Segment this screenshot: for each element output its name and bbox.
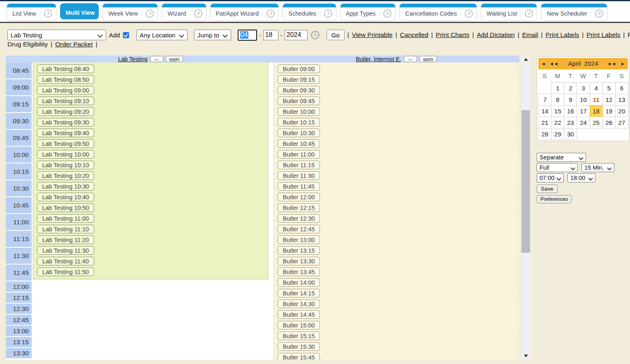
layout-mode-select[interactable]: Separate bbox=[537, 153, 586, 162]
appointment-slot-button[interactable]: Butler 14:15 bbox=[278, 289, 320, 297]
clock-icon[interactable] bbox=[310, 30, 320, 40]
appointment-slot-button[interactable]: Lab Testing 09:40 bbox=[37, 129, 94, 137]
calendar-day[interactable]: 26 bbox=[602, 117, 616, 129]
tab-week-view[interactable]: Week View↗ bbox=[102, 3, 158, 21]
appointment-slot-button[interactable]: Lab Testing 10:10 bbox=[37, 161, 94, 169]
run-all-button[interactable]: Run All bbox=[628, 31, 630, 39]
tab-pat-appt-wizard[interactable]: Pat/Appt Wizard↗ bbox=[210, 3, 279, 21]
appointment-slot-button[interactable]: Lab Testing 10:00 bbox=[37, 150, 94, 159]
appointment-slot-button[interactable]: Lab Testing 09:50 bbox=[37, 139, 94, 148]
preferences-button[interactable]: Preferences bbox=[537, 195, 572, 203]
lab-testing-minimize-button[interactable]: — bbox=[150, 56, 164, 62]
calendar-day[interactable]: 6 bbox=[615, 82, 628, 94]
tab-wizard[interactable]: Wizard↗ bbox=[162, 3, 206, 21]
calendar-day[interactable]: 21 bbox=[538, 117, 551, 129]
tab-cancellation-codes[interactable]: Cancellation Codes↗ bbox=[399, 3, 477, 21]
appointment-slot-button[interactable]: Lab Testing 10:40 bbox=[37, 193, 94, 201]
calendar-day[interactable]: 16 bbox=[564, 105, 577, 117]
calendar-day[interactable]: 3 bbox=[577, 82, 590, 94]
toolbar-link-add-dictation[interactable]: Add Dictation bbox=[477, 31, 514, 39]
appointment-slot-button[interactable]: Lab Testing 09:10 bbox=[37, 97, 94, 105]
appointment-slot-button[interactable]: Butler 10:30 bbox=[278, 129, 320, 137]
scrollbar-thumb[interactable] bbox=[521, 110, 530, 253]
next-month-icon[interactable]: ► bbox=[621, 61, 625, 66]
tab-schedules[interactable]: Schedules↗ bbox=[283, 3, 336, 21]
appointment-slot-button[interactable]: Butler 09:45 bbox=[278, 97, 320, 105]
butler-minimize-button[interactable]: — bbox=[404, 56, 417, 62]
calendar-day[interactable]: 27 bbox=[615, 117, 628, 129]
appointment-slot-button[interactable]: Lab Testing 09:30 bbox=[37, 118, 94, 127]
appointment-slot-button[interactable]: Lab Testing 11:30 bbox=[37, 246, 94, 255]
save-button[interactable]: Save bbox=[537, 184, 558, 193]
appointment-slot-button[interactable]: Butler 11:45 bbox=[278, 182, 320, 191]
prev-year-icon[interactable]: ◄◄ bbox=[549, 61, 558, 66]
calendar-day[interactable]: 8 bbox=[551, 94, 564, 106]
appointment-slot-button[interactable]: Butler 10:15 bbox=[278, 118, 320, 127]
provider-select[interactable]: Lab Testing bbox=[7, 30, 106, 40]
calendar-day[interactable]: 15 bbox=[551, 105, 564, 117]
tab-waiting-list[interactable]: Waiting List↗ bbox=[481, 3, 537, 21]
calendar-day[interactable]: 10 bbox=[577, 94, 590, 106]
tab-list-view[interactable]: List View↗ bbox=[7, 3, 56, 21]
lab-testing-appts-button[interactable]: appts bbox=[166, 56, 183, 62]
toolbar-link-print-labels[interactable]: Print Labels bbox=[545, 31, 579, 39]
toolbar-link-print-labels[interactable]: Print Labels bbox=[586, 31, 620, 39]
appointment-slot-button[interactable]: Butler 14:00 bbox=[278, 278, 320, 287]
calendar-day[interactable]: 1 bbox=[551, 82, 564, 94]
next-year-icon[interactable]: ►► bbox=[608, 61, 617, 66]
calendar-day[interactable]: 12 bbox=[602, 94, 616, 106]
tab-new-scheduler[interactable]: New Scheduler↗ bbox=[541, 3, 607, 21]
calendar-day[interactable]: 14 bbox=[538, 105, 551, 117]
end-time-select[interactable]: 18:00 bbox=[567, 173, 595, 182]
calendar-day[interactable]: 9 bbox=[564, 94, 577, 106]
appointment-slot-button[interactable]: Lab Testing 08:50 bbox=[37, 75, 94, 84]
appointment-slot-button[interactable]: Lab Testing 11:20 bbox=[37, 235, 94, 244]
butler-appts-button[interactable]: appts bbox=[419, 56, 437, 62]
location-select[interactable]: Any Location bbox=[137, 30, 188, 40]
tab-appt-types[interactable]: Appt Types↗ bbox=[340, 3, 396, 21]
add-checkbox[interactable] bbox=[123, 32, 129, 38]
appointment-slot-button[interactable]: Butler 13:00 bbox=[278, 235, 320, 244]
order-packet-link[interactable]: Order Packet bbox=[55, 41, 93, 48]
lab-testing-column-title-link[interactable]: Lab Testing bbox=[118, 56, 147, 62]
scroll-up-arrow[interactable] bbox=[521, 56, 530, 63]
appointment-slot-button[interactable]: Butler 13:45 bbox=[278, 267, 320, 276]
appointment-slot-button[interactable]: Lab Testing 11:00 bbox=[37, 214, 94, 223]
calendar-day[interactable]: 30 bbox=[564, 128, 577, 140]
toolbar-link-print-charts[interactable]: Print Charts bbox=[436, 31, 470, 39]
drug-eligibility-link[interactable]: Drug Eligibility bbox=[7, 41, 48, 48]
appointment-slot-button[interactable]: Butler 15:15 bbox=[278, 332, 320, 340]
appointment-slot-button[interactable]: Butler 10:00 bbox=[278, 107, 320, 116]
calendar-day[interactable]: 4 bbox=[590, 82, 603, 94]
interval-select[interactable]: 15 Min. bbox=[581, 163, 614, 172]
calendar-day[interactable]: 29 bbox=[551, 128, 564, 140]
appointment-slot-button[interactable]: Lab Testing 11:40 bbox=[37, 257, 94, 265]
appointment-slot-button[interactable]: Butler 15:30 bbox=[278, 342, 320, 351]
appointment-slot-button[interactable]: Lab Testing 09:00 bbox=[37, 86, 94, 94]
vertical-scrollbar[interactable] bbox=[521, 55, 530, 360]
size-select[interactable]: Full bbox=[537, 163, 578, 172]
appointment-slot-button[interactable]: Lab Testing 10:50 bbox=[37, 203, 94, 212]
appointment-slot-button[interactable]: Butler 13:15 bbox=[278, 246, 320, 255]
appointment-slot-button[interactable]: Butler 11:15 bbox=[278, 161, 320, 169]
date-day-input[interactable]: 18 bbox=[263, 30, 278, 40]
appointment-slot-button[interactable]: Butler 09:00 bbox=[278, 65, 320, 73]
appointment-slot-button[interactable]: Lab Testing 11:50 bbox=[37, 267, 94, 276]
appointment-slot-button[interactable]: Butler 11:30 bbox=[278, 171, 320, 180]
calendar-day[interactable]: 24 bbox=[577, 117, 590, 129]
toolbar-link-email[interactable]: Email bbox=[522, 31, 538, 39]
appointment-slot-button[interactable]: Butler 12:45 bbox=[278, 225, 320, 233]
calendar-day[interactable]: 25 bbox=[590, 117, 603, 129]
appointment-slot-button[interactable]: Lab Testing 08:40 bbox=[37, 65, 94, 73]
appointment-slot-button[interactable]: Lab Testing 11:10 bbox=[37, 225, 94, 233]
butler-column-title-link[interactable]: Butler, Internist E. bbox=[356, 56, 401, 62]
appointment-slot-button[interactable]: Butler 13:30 bbox=[278, 257, 320, 265]
appointment-slot-button[interactable]: Butler 14:30 bbox=[278, 299, 320, 308]
appointment-slot-button[interactable]: Butler 12:00 bbox=[278, 193, 320, 201]
appointment-slot-button[interactable]: Butler 15:45 bbox=[278, 353, 320, 360]
calendar-day[interactable]: 5 bbox=[602, 82, 616, 94]
toolbar-link-view-printable[interactable]: View Printable bbox=[352, 31, 393, 39]
appointment-slot-button[interactable]: Lab Testing 10:20 bbox=[37, 171, 94, 180]
date-month-input[interactable]: 04 bbox=[238, 30, 257, 41]
calendar-day[interactable]: 20 bbox=[615, 105, 628, 117]
